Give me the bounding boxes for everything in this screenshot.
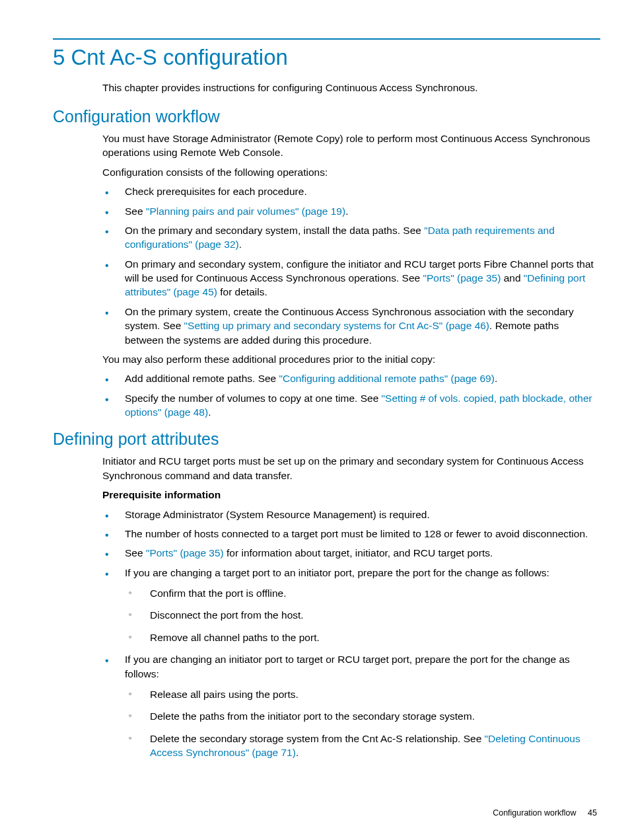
text: See: [125, 547, 146, 558]
text: .: [296, 747, 298, 758]
text: for information about target, initiator,…: [224, 547, 493, 558]
text: .: [239, 239, 242, 250]
list-item: The number of hosts connected to a targe…: [102, 527, 600, 541]
page-footer: Configuration workflow 45: [493, 808, 597, 818]
link-ports-35-b[interactable]: "Ports" (page 35): [146, 547, 224, 558]
text: and: [501, 272, 523, 284]
text: .: [345, 206, 348, 217]
text: Specify the number of volumes to copy at…: [125, 393, 382, 404]
text: If you are changing a target port to an …: [125, 567, 549, 578]
list-item: See "Ports" (page 35) for information ab…: [102, 546, 600, 560]
text: .: [208, 406, 211, 418]
chapter-intro: This chapter provides instructions for c…: [102, 82, 600, 94]
list-item: See "Planning pairs and pair volumes" (p…: [102, 204, 600, 218]
bullet-list: Storage Administrator (System Resource M…: [102, 508, 600, 760]
text: Delete the secondary storage system from…: [150, 733, 485, 744]
list-item: Disconnect the port from the host.: [125, 608, 600, 622]
paragraph: Initiator and RCU target ports must be s…: [102, 454, 600, 482]
list-item: Confirm that the port is offline.: [125, 586, 600, 600]
list-item: Delete the secondary storage system from…: [125, 732, 600, 760]
section-body-defining-port-attrs: Initiator and RCU target ports must be s…: [102, 454, 600, 759]
text: Add additional remote paths. See: [125, 373, 279, 384]
sub-bullet-list: Confirm that the port is offline. Discon…: [125, 586, 600, 644]
list-item: Release all pairs using the ports.: [125, 687, 600, 701]
section-body-config-workflow: You must have Storage Administrator (Rem…: [102, 132, 600, 419]
list-item: If you are changing a target port to an …: [102, 566, 600, 645]
section-heading-config-workflow: Configuration workflow: [53, 107, 600, 126]
link-planning-pairs[interactable]: "Planning pairs and pair volumes" (page …: [146, 206, 345, 217]
top-rule: [53, 38, 600, 40]
page-container: 5 Cnt Ac-S configuration This chapter pr…: [0, 0, 630, 840]
list-item: Specify the number of volumes to copy at…: [102, 391, 600, 420]
text: .: [495, 373, 497, 384]
footer-section-name: Configuration workflow: [493, 808, 576, 818]
bullet-list: Check prerequisites for each procedure. …: [102, 184, 600, 347]
paragraph: You may also perform these additional pr…: [102, 352, 600, 366]
sub-bullet-list: Release all pairs using the ports. Delet…: [125, 687, 600, 760]
list-item: Delete the paths from the initiator port…: [125, 709, 600, 723]
text: See: [125, 206, 146, 217]
paragraph: You must have Storage Administrator (Rem…: [102, 132, 600, 160]
text: If you are changing an initiator port to…: [125, 654, 570, 679]
section-heading-defining-port-attrs: Defining port attributes: [53, 430, 600, 449]
chapter-title: 5 Cnt Ac-S configuration: [53, 45, 600, 70]
list-item: On the primary system, create the Contin…: [102, 305, 600, 347]
subheading-prereq-info: Prerequisite information: [102, 488, 600, 502]
paragraph: Configuration consists of the following …: [102, 165, 600, 179]
link-setup-primary-secondary[interactable]: "Setting up primary and secondary system…: [184, 320, 489, 331]
list-item: On primary and secondary system, configu…: [102, 257, 600, 299]
list-item: Storage Administrator (System Resource M…: [102, 508, 600, 521]
list-item: Add additional remote paths. See "Config…: [102, 371, 600, 385]
bullet-list: Add additional remote paths. See "Config…: [102, 371, 600, 419]
text: On the primary and secondary system, ins…: [125, 225, 424, 236]
list-item: If you are changing an initiator port to…: [102, 652, 600, 759]
text: for details.: [217, 286, 267, 297]
link-ports-35[interactable]: "Ports" (page 35): [423, 272, 501, 284]
page-number: 45: [588, 808, 597, 818]
list-item: Check prerequisites for each procedure.: [102, 184, 600, 198]
list-item: On the primary and secondary system, ins…: [102, 223, 600, 252]
link-additional-remote-paths[interactable]: "Configuring additional remote paths" (p…: [279, 373, 495, 384]
list-item: Remove all channel paths to the port.: [125, 630, 600, 644]
